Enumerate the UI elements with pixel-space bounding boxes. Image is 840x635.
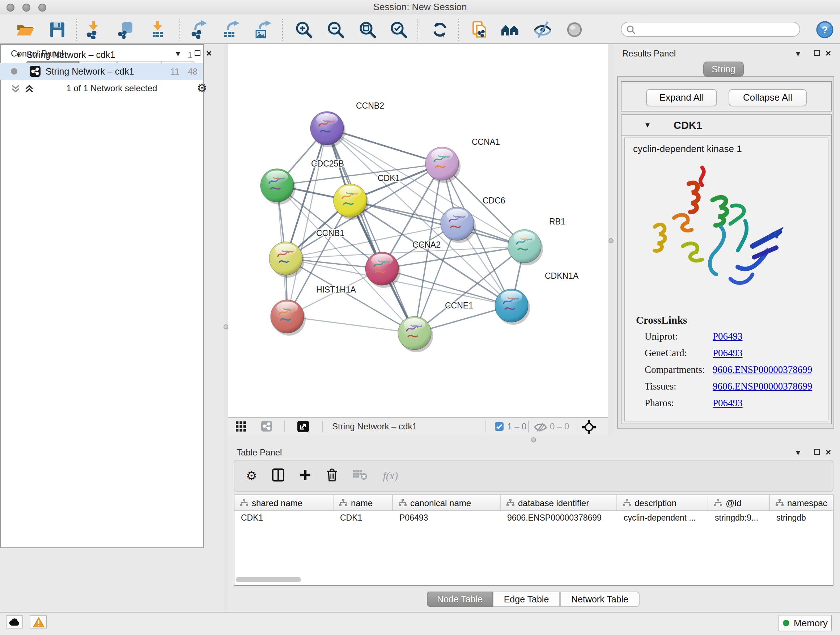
crosslinks-title: CrossLinks — [636, 314, 687, 326]
network-view-icon[interactable] — [261, 421, 272, 434]
table-row[interactable]: CDK1 CDK1 P06493 9606.ENSP00000378699 cy… — [234, 511, 833, 524]
import-table-file-button[interactable] — [148, 19, 168, 40]
network-node-CCNA1[interactable]: CCNA1 — [425, 137, 500, 183]
column-header[interactable]: shared name — [234, 495, 333, 510]
collapse-panel-icon[interactable]: ▾ — [796, 49, 800, 58]
toolbar-separator — [417, 19, 418, 41]
collapse-panel-icon[interactable]: ▾ — [796, 448, 800, 457]
crosslink-compartments-link[interactable]: 9606.ENSP00000378699 — [713, 364, 812, 376]
gene-description: cyclin-dependent kinase 1 — [633, 143, 742, 154]
float-panel-icon[interactable] — [814, 449, 820, 455]
show-columns-icon[interactable] — [272, 468, 285, 483]
search-input[interactable] — [639, 24, 795, 35]
column-header[interactable]: namespac — [770, 495, 833, 510]
apply-layout-button[interactable] — [430, 19, 450, 40]
section-expander-icon[interactable]: ▼ — [644, 121, 651, 129]
gene-name: CDK1 — [674, 119, 702, 131]
network-canvas[interactable]: CCNB2CCNA1CDC25BCDK1CDC6RB1CCNB1CCNA2CDK… — [228, 44, 608, 417]
memory-button[interactable]: Memory — [778, 615, 832, 631]
clone-network-button[interactable] — [470, 19, 490, 40]
collapse-all-button[interactable]: Collapse All — [729, 89, 807, 106]
tab-network-table[interactable]: Network Table — [560, 592, 639, 607]
crosslink-pharos-link[interactable]: P06493 — [713, 397, 743, 409]
node-label: CCNA2 — [412, 240, 441, 249]
column-header[interactable]: description — [617, 495, 708, 510]
warnings-button[interactable] — [30, 616, 47, 629]
column-header[interactable]: canonical name — [393, 495, 501, 510]
zoom-fit-button[interactable] — [357, 19, 378, 40]
export-network-icon — [189, 20, 208, 39]
results-panel: Results Panel ▾ × String Expand All Coll… — [614, 44, 840, 445]
hide-graphics-details-button[interactable] — [532, 19, 553, 40]
save-session-button[interactable] — [47, 19, 67, 40]
expand-collapse-bar: Expand All Collapse All — [621, 81, 832, 111]
network-view-title: String Network – cdk1 — [332, 421, 417, 432]
network-view-toolbar: String Network – cdk1 1 – 0 0 – 0 — [228, 417, 608, 435]
splitter-handle[interactable] — [223, 325, 228, 329]
zoom-in-button[interactable] — [294, 19, 314, 40]
delete-column-trash-icon[interactable] — [327, 468, 338, 483]
toolbar-separator — [282, 19, 283, 41]
expand-all-button[interactable]: Expand All — [646, 89, 717, 106]
namespace-icon — [399, 499, 407, 507]
export-network-button[interactable] — [189, 19, 209, 40]
network-node-HIST1H1A[interactable]: HIST1H1A — [271, 285, 356, 336]
birdseye-icon — [565, 20, 584, 39]
separator — [528, 421, 529, 432]
table-header-row: shared name name canonical name database… — [234, 495, 833, 511]
network-node-RB1[interactable]: RB1 — [508, 217, 565, 265]
detach-view-icon[interactable] — [297, 421, 309, 434]
cloud-status-button[interactable] — [6, 616, 23, 629]
network-tree: ▼ String Network – cdk1 1 String Network… — [0, 44, 204, 548]
birdseye-view-button[interactable] — [564, 19, 584, 40]
node-label: CDKN1A — [545, 271, 579, 280]
grid-view-icon[interactable] — [236, 421, 246, 434]
export-image-button[interactable] — [253, 19, 273, 40]
crosslink-uniprot-link[interactable]: P06493 — [713, 331, 743, 342]
network-node-CCNA2[interactable]: CCNA2 — [365, 240, 441, 288]
import-network-database-button[interactable] — [116, 19, 136, 40]
zoom-out-button[interactable] — [325, 19, 346, 40]
string-home-button[interactable] — [500, 19, 520, 40]
crosslink-tissues-link[interactable]: 9606.ENSP00000378699 — [713, 381, 812, 393]
network-options-gear-icon[interactable]: ⚙ — [197, 81, 207, 95]
splitter-handle[interactable] — [608, 238, 613, 243]
close-panel-icon[interactable]: × — [206, 48, 212, 59]
help-button[interactable]: ? — [815, 19, 835, 40]
import-network-file-button[interactable] — [83, 19, 103, 40]
splitter-handle[interactable] — [531, 437, 536, 442]
close-panel-icon[interactable]: × — [826, 447, 831, 458]
column-header[interactable]: database identifier — [501, 495, 617, 510]
node-label: HIST1H1A — [316, 285, 356, 295]
network-label: String Network – cdk1 — [46, 66, 134, 76]
svg-text:?: ? — [821, 24, 828, 35]
crosslink-genecard-link[interactable]: P06493 — [713, 348, 743, 359]
table-toolbar: ⚙ f(x) — [234, 460, 834, 492]
table-tabs: Node Table Edge Table Network Table — [427, 592, 639, 607]
tab-node-table[interactable]: Node Table — [427, 592, 493, 607]
table-options-gear-icon[interactable]: ⚙ — [246, 468, 257, 483]
left-splitter[interactable] — [224, 44, 228, 612]
column-header[interactable]: name — [333, 495, 393, 510]
tab-edge-table[interactable]: Edge Table — [493, 592, 560, 607]
tab-string[interactable]: String — [703, 62, 744, 77]
node-label: CDC6 — [483, 196, 505, 205]
add-column-icon[interactable] — [300, 469, 311, 483]
close-panel-icon[interactable]: × — [826, 48, 831, 59]
collection-count: 1 — [188, 50, 193, 60]
network-node-CDKN1A[interactable]: CDKN1A — [495, 271, 579, 325]
selected-checkbox[interactable] — [495, 422, 504, 433]
gene-section-header[interactable]: ▼ CDK1 — [622, 115, 831, 136]
network-row-selected[interactable]: String Network – cdk1 11 48 — [0, 63, 202, 80]
crosslink-label: GeneCard: — [645, 348, 687, 359]
zoom-selected-button[interactable] — [388, 19, 409, 40]
tree-expander-icon[interactable]: ▼ — [15, 51, 22, 58]
export-table-button[interactable] — [221, 19, 242, 40]
float-panel-icon[interactable] — [814, 50, 820, 56]
horizontal-scrollbar[interactable] — [236, 577, 301, 582]
fit-selected-crosshair-icon[interactable] — [582, 420, 596, 436]
open-session-button[interactable] — [15, 19, 35, 40]
network-collection-row[interactable]: ▼ String Network – cdk1 1 — [0, 46, 202, 63]
column-header[interactable]: @id — [708, 495, 770, 510]
right-splitter[interactable] — [608, 44, 614, 435]
